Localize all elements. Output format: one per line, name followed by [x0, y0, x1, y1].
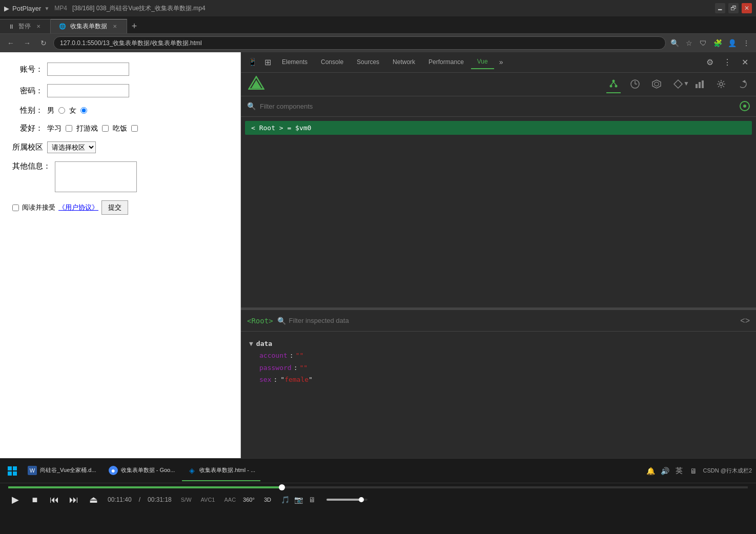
- agreement-checkbox[interactable]: [12, 204, 19, 211]
- media-progress-thumb[interactable]: [279, 484, 285, 490]
- app-name[interactable]: ▶ PotPlayer ▼: [4, 5, 49, 12]
- password-input[interactable]: [47, 84, 129, 97]
- menu-icon[interactable]: ⋮: [741, 37, 752, 49]
- display-icon[interactable]: 🖥: [688, 466, 699, 476]
- devtools-panel: 📱 ⊞ Elements Console Sources Network Per…: [241, 52, 756, 458]
- forward-button[interactable]: →: [21, 36, 34, 50]
- hobby2-checkbox[interactable]: [102, 125, 109, 132]
- component-filter-input[interactable]: [260, 102, 735, 110]
- eject-button[interactable]: ⏏: [86, 492, 100, 507]
- zoom-icon[interactable]: 🔍: [669, 37, 680, 49]
- devtools-actions: ⚙ ⋮ ✕: [703, 55, 752, 69]
- profile-icon[interactable]: 👤: [726, 37, 738, 49]
- media-icon2[interactable]: 📷: [294, 495, 304, 505]
- tree-svg: [608, 79, 619, 89]
- media-icon1[interactable]: 🎵: [280, 495, 291, 505]
- perf-chart-icon[interactable]: [692, 77, 707, 91]
- notification-icon[interactable]: 🔔: [645, 466, 656, 476]
- other-info-textarea[interactable]: [55, 161, 137, 192]
- taskbar-word-label: 尚硅谷_Vue全家桶.d...: [40, 466, 96, 474]
- taskbar-right: 🔔 🔊 英 🖥 CSDN @行木成栏2: [645, 466, 752, 476]
- prev-button[interactable]: ⏮: [47, 492, 62, 507]
- new-tab-button[interactable]: +: [127, 19, 141, 33]
- nav-icons: 🔍 ☆ 🛡 🧩 👤 ⋮: [669, 37, 752, 49]
- inspector-code-icon[interactable]: <>: [740, 316, 750, 325]
- tab-form[interactable]: 🌐 收集表单数据 ✕: [51, 19, 127, 33]
- hobby1-checkbox[interactable]: [66, 125, 72, 132]
- extension-icon[interactable]: 🛡: [698, 37, 709, 49]
- hobby3-checkbox[interactable]: [131, 125, 138, 132]
- tab-form-close[interactable]: ✕: [111, 23, 118, 30]
- start-button[interactable]: [4, 463, 21, 479]
- timeline-icon[interactable]: [628, 77, 642, 91]
- gender-male-radio[interactable]: [58, 107, 65, 114]
- agreement-link[interactable]: 《用户协议》: [58, 203, 98, 212]
- volume-bar[interactable]: [326, 499, 367, 501]
- devtools-close-button[interactable]: ✕: [738, 55, 752, 69]
- title-bar-dropdown-icon[interactable]: ▼: [44, 6, 49, 11]
- refresh-icon[interactable]: [735, 77, 750, 91]
- password-value[interactable]: "": [299, 362, 308, 374]
- submit-button[interactable]: 提交: [101, 200, 128, 215]
- component-tree: < Root > = $vm0: [241, 117, 756, 307]
- tab-pause[interactable]: ⏸ 暂停 ✕: [0, 19, 51, 33]
- devtools-settings-button[interactable]: ⚙: [703, 55, 717, 69]
- threed-button[interactable]: 3D: [262, 492, 273, 507]
- tab-pause-close[interactable]: ✕: [35, 23, 42, 30]
- taskbar-vscode-label: 收集表单数据.html - ...: [199, 466, 255, 474]
- filter-inspected-input[interactable]: [289, 317, 737, 324]
- maximize-button[interactable]: 🗗: [728, 3, 739, 13]
- taskbar-item-chrome[interactable]: ● 收集表单数据 - Goo...: [104, 461, 180, 481]
- next-button[interactable]: ⏭: [67, 492, 81, 507]
- address-bar[interactable]: 127.0.0.1:5500/13_收集表单数据/收集表单数据.html: [53, 36, 666, 50]
- devtools-more-button[interactable]: ⋮: [720, 55, 734, 69]
- taskbar-item-vscode[interactable]: ◈ 收集表单数据.html - ...: [182, 461, 260, 481]
- hobby-group: 学习 打游戏 吃饭: [47, 124, 138, 133]
- vue-settings-icon[interactable]: [714, 77, 728, 91]
- tab-vue[interactable]: Vue: [471, 55, 494, 69]
- degrees-button[interactable]: 360°: [241, 492, 257, 507]
- root-component-item[interactable]: < Root > = $vm0: [245, 121, 752, 135]
- dock-icon[interactable]: 📱: [245, 55, 259, 69]
- reload-button[interactable]: ↻: [37, 36, 50, 50]
- play-button[interactable]: ▶: [8, 492, 23, 507]
- svg-marker-12: [674, 80, 682, 88]
- tab-elements[interactable]: Elements: [276, 55, 314, 69]
- account-value[interactable]: "": [296, 350, 304, 361]
- windows-icon: [7, 466, 17, 476]
- tab-more-button[interactable]: »: [495, 55, 507, 69]
- bookmark-icon[interactable]: ☆: [683, 37, 694, 49]
- sex-value[interactable]: female: [284, 374, 309, 385]
- component-tree-icon[interactable]: [606, 77, 621, 91]
- hobby2-label: 打游戏: [76, 124, 98, 133]
- responsive-icon[interactable]: ⊞: [260, 55, 275, 69]
- taskbar-item-word[interactable]: W 尚硅谷_Vue全家桶.d...: [23, 461, 101, 481]
- agreement-text: 阅读并接受: [22, 203, 55, 212]
- svg-rect-21: [13, 471, 17, 476]
- vuex-icon[interactable]: [649, 77, 664, 91]
- gender-female-radio[interactable]: [80, 107, 87, 114]
- close-window-button[interactable]: ✕: [742, 3, 752, 13]
- tab-network[interactable]: Network: [386, 55, 421, 69]
- tab-sources[interactable]: Sources: [351, 55, 385, 69]
- settings-svg: [716, 79, 726, 89]
- tab-console[interactable]: Console: [315, 55, 350, 69]
- language-icon[interactable]: 英: [674, 466, 684, 476]
- account-input[interactable]: [47, 63, 129, 76]
- stop-button[interactable]: ■: [28, 492, 42, 507]
- minimize-button[interactable]: 🗕: [715, 3, 725, 13]
- account-colon: :: [290, 350, 294, 361]
- back-button[interactable]: ←: [4, 36, 17, 50]
- volume-thumb[interactable]: [359, 497, 364, 502]
- media-format3: AAC: [224, 497, 236, 503]
- media-icon3[interactable]: 🖥: [307, 495, 317, 505]
- tab-performance[interactable]: Performance: [422, 55, 470, 69]
- data-collapse-arrow[interactable]: ▼: [249, 338, 253, 350]
- svg-rect-13: [696, 84, 698, 88]
- router-icon[interactable]: ▼: [671, 77, 685, 91]
- media-progress-bar[interactable]: [8, 486, 748, 488]
- svg-point-4: [615, 85, 618, 88]
- campus-select[interactable]: 请选择校区: [47, 141, 96, 153]
- volume-icon[interactable]: 🔊: [660, 466, 670, 476]
- extensions-icon[interactable]: 🧩: [712, 37, 723, 49]
